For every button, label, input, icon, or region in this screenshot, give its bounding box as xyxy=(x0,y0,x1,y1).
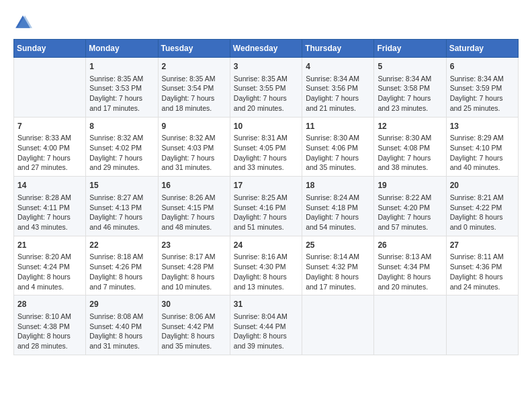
calendar-cell: 22Sunrise: 8:18 AMSunset: 4:26 PMDayligh… xyxy=(86,236,158,295)
cell-content: Sunrise: 8:27 AMSunset: 4:13 PMDaylight:… xyxy=(89,193,154,232)
header-tuesday: Tuesday xyxy=(158,40,230,58)
cell-line: and 31 minutes. xyxy=(162,163,212,171)
calendar-cell: 23Sunrise: 8:17 AMSunset: 4:28 PMDayligh… xyxy=(158,236,230,295)
header-sunday: Sunday xyxy=(14,40,86,58)
cell-line: Sunrise: 8:21 AM xyxy=(450,193,504,201)
calendar-cell: 26Sunrise: 8:13 AMSunset: 4:34 PMDayligh… xyxy=(374,236,446,295)
cell-line: Daylight: 8 hours xyxy=(234,273,287,281)
cell-line: Daylight: 7 hours xyxy=(89,213,142,221)
cell-line: Sunset: 4:06 PM xyxy=(306,144,358,152)
cell-content: Sunrise: 8:08 AMSunset: 4:40 PMDaylight:… xyxy=(89,312,154,351)
cell-line: Daylight: 8 hours xyxy=(89,332,142,340)
calendar-cell: 31Sunrise: 8:04 AMSunset: 4:44 PMDayligh… xyxy=(230,295,302,355)
cell-line: Sunset: 4:30 PM xyxy=(234,263,286,271)
cell-line: Daylight: 8 hours xyxy=(234,332,287,340)
cell-line: Daylight: 7 hours xyxy=(89,94,142,102)
calendar-cell: 15Sunrise: 8:27 AMSunset: 4:13 PMDayligh… xyxy=(86,177,158,236)
cell-line: and 23 minutes. xyxy=(378,104,428,112)
cell-content: Sunrise: 8:21 AMSunset: 4:22 PMDaylight:… xyxy=(450,193,515,232)
cell-content: Sunrise: 8:26 AMSunset: 4:15 PMDaylight:… xyxy=(162,193,226,232)
cell-line: Sunrise: 8:16 AM xyxy=(234,253,287,261)
cell-line: Sunset: 4:15 PM xyxy=(162,203,214,212)
cell-line: Sunset: 4:40 PM xyxy=(89,322,142,330)
cell-content: Sunrise: 8:33 AMSunset: 4:00 PMDaylight:… xyxy=(17,133,82,173)
day-number: 20 xyxy=(450,180,515,191)
cell-line: Sunrise: 8:26 AM xyxy=(162,193,216,201)
calendar-header-row: SundayMondayTuesdayWednesdayThursdayFrid… xyxy=(14,40,519,58)
day-number: 4 xyxy=(306,61,370,73)
cell-content: Sunrise: 8:22 AMSunset: 4:20 PMDaylight:… xyxy=(378,193,442,232)
cell-line: Daylight: 8 hours xyxy=(162,273,215,281)
cell-line: Sunset: 4:13 PM xyxy=(89,203,142,212)
calendar-week-row: 28Sunrise: 8:10 AMSunset: 4:38 PMDayligh… xyxy=(14,295,519,355)
cell-line: and 35 minutes. xyxy=(162,342,212,350)
cell-line: Sunrise: 8:17 AM xyxy=(162,253,216,261)
day-number: 15 xyxy=(89,180,154,191)
calendar-cell: 1Sunrise: 8:35 AMSunset: 3:53 PMDaylight… xyxy=(86,58,158,118)
day-number: 27 xyxy=(450,240,515,251)
cell-line: Sunset: 3:53 PM xyxy=(89,84,142,92)
cell-line: Sunset: 4:10 PM xyxy=(450,144,502,152)
cell-line: Sunrise: 8:06 AM xyxy=(162,312,216,320)
cell-line: Sunset: 4:16 PM xyxy=(234,203,286,212)
cell-line: and 48 minutes. xyxy=(162,223,212,231)
cell-line: Sunrise: 8:11 AM xyxy=(450,253,504,261)
cell-line: Sunset: 4:22 PM xyxy=(450,203,502,212)
cell-line: and 46 minutes. xyxy=(89,223,140,231)
cell-content: Sunrise: 8:14 AMSunset: 4:32 PMDaylight:… xyxy=(306,252,370,291)
cell-line: Sunrise: 8:04 AM xyxy=(234,312,287,320)
day-number: 13 xyxy=(450,121,515,132)
cell-line: and 0 minutes. xyxy=(450,223,496,231)
cell-content: Sunrise: 8:10 AMSunset: 4:38 PMDaylight:… xyxy=(17,312,82,351)
cell-line: Sunrise: 8:34 AM xyxy=(450,75,504,83)
cell-line: Sunset: 4:11 PM xyxy=(17,203,70,212)
cell-line: Sunset: 3:59 PM xyxy=(450,84,502,92)
cell-line: Daylight: 7 hours xyxy=(234,154,287,162)
cell-line: Sunrise: 8:32 AM xyxy=(162,134,216,142)
cell-line: and 20 minutes. xyxy=(378,283,428,291)
cell-line: Daylight: 7 hours xyxy=(306,213,359,221)
calendar-cell: 19Sunrise: 8:22 AMSunset: 4:20 PMDayligh… xyxy=(374,177,446,236)
header-thursday: Thursday xyxy=(302,40,374,58)
cell-line: Sunrise: 8:31 AM xyxy=(234,134,287,142)
cell-line: and 4 minutes. xyxy=(17,283,64,291)
page-header xyxy=(13,13,519,32)
cell-line: Sunrise: 8:27 AM xyxy=(89,193,143,201)
cell-line: Daylight: 8 hours xyxy=(306,273,359,281)
cell-content: Sunrise: 8:13 AMSunset: 4:34 PMDaylight:… xyxy=(378,252,442,291)
day-number: 10 xyxy=(234,121,298,132)
calendar-cell: 9Sunrise: 8:32 AMSunset: 4:03 PMDaylight… xyxy=(158,117,230,177)
cell-line: Sunrise: 8:14 AM xyxy=(306,253,359,261)
day-number: 25 xyxy=(306,240,370,251)
cell-content: Sunrise: 8:11 AMSunset: 4:36 PMDaylight:… xyxy=(450,252,515,291)
calendar-cell: 11Sunrise: 8:30 AMSunset: 4:06 PMDayligh… xyxy=(302,117,374,177)
cell-line: Daylight: 7 hours xyxy=(450,154,503,162)
day-number: 2 xyxy=(162,61,226,73)
cell-line: Sunset: 4:28 PM xyxy=(162,263,214,271)
calendar-week-row: 21Sunrise: 8:20 AMSunset: 4:24 PMDayligh… xyxy=(14,236,519,295)
day-number: 23 xyxy=(162,240,226,251)
calendar-week-row: 7Sunrise: 8:33 AMSunset: 4:00 PMDaylight… xyxy=(14,117,519,177)
calendar-cell: 3Sunrise: 8:35 AMSunset: 3:55 PMDaylight… xyxy=(230,58,302,118)
cell-line: Daylight: 7 hours xyxy=(378,154,431,162)
day-number: 11 xyxy=(306,121,370,132)
cell-line: Sunset: 4:36 PM xyxy=(450,263,502,271)
cell-line: Sunset: 3:55 PM xyxy=(234,84,286,92)
calendar-week-row: 1Sunrise: 8:35 AMSunset: 3:53 PMDaylight… xyxy=(14,58,519,118)
cell-line: Sunrise: 8:34 AM xyxy=(306,75,359,83)
cell-line: and 18 minutes. xyxy=(162,104,212,112)
cell-content: Sunrise: 8:35 AMSunset: 3:55 PMDaylight:… xyxy=(234,74,298,113)
cell-line: and 51 minutes. xyxy=(234,223,284,231)
day-number: 1 xyxy=(89,61,154,73)
cell-line: and 17 minutes. xyxy=(306,283,356,291)
calendar-table: SundayMondayTuesdayWednesdayThursdayFrid… xyxy=(13,39,519,355)
calendar-cell: 2Sunrise: 8:35 AMSunset: 3:54 PMDaylight… xyxy=(158,58,230,118)
day-number: 8 xyxy=(89,121,154,132)
cell-line: Sunrise: 8:35 AM xyxy=(234,75,287,83)
cell-content: Sunrise: 8:32 AMSunset: 4:02 PMDaylight:… xyxy=(89,133,154,173)
calendar-cell: 18Sunrise: 8:24 AMSunset: 4:18 PMDayligh… xyxy=(302,177,374,236)
day-number: 9 xyxy=(162,121,226,132)
cell-content: Sunrise: 8:17 AMSunset: 4:28 PMDaylight:… xyxy=(162,252,226,291)
cell-line: Daylight: 7 hours xyxy=(17,213,71,221)
day-number: 21 xyxy=(17,240,82,251)
